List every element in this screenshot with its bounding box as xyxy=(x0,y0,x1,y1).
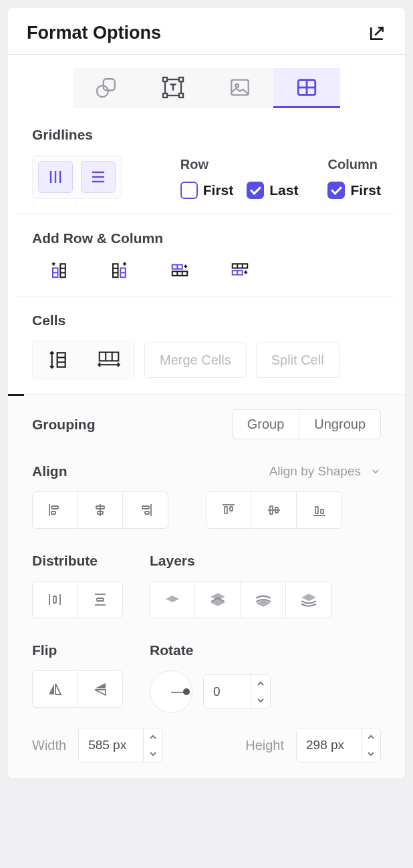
cells-section: Cells Merge Cells xyxy=(8,296,405,394)
column-first-checkbox[interactable]: First xyxy=(327,182,381,199)
svg-rect-52 xyxy=(145,511,149,514)
row-first-checkbox[interactable]: First xyxy=(180,182,234,199)
text-frame-icon xyxy=(161,75,185,99)
add-row-below-icon xyxy=(230,260,250,280)
group-button[interactable]: Group xyxy=(232,409,300,439)
merge-cells-button[interactable]: Merge Cells xyxy=(144,343,247,378)
svg-rect-5 xyxy=(163,93,167,97)
svg-rect-23 xyxy=(113,264,118,277)
align-right-icon xyxy=(138,502,154,518)
send-backward-button[interactable] xyxy=(241,581,286,618)
align-left-button[interactable] xyxy=(32,491,78,529)
align-mode-dropdown[interactable]: Align by Shapes xyxy=(269,464,381,479)
distribute-columns-button[interactable] xyxy=(84,341,134,379)
send-to-back-button[interactable] xyxy=(286,581,331,618)
flip-vertical-button[interactable] xyxy=(78,670,123,708)
add-row-below-button[interactable] xyxy=(229,258,251,281)
split-cell-button[interactable]: Split Cell xyxy=(256,343,339,378)
width-decrement-button[interactable] xyxy=(144,745,162,762)
svg-rect-20 xyxy=(60,264,65,277)
height-value-field[interactable] xyxy=(297,738,361,752)
align-title: Align xyxy=(32,463,67,479)
gridlines-title: Gridlines xyxy=(32,127,381,143)
layers-title: Layers xyxy=(150,553,331,569)
flip-horizontal-icon xyxy=(46,681,63,697)
height-decrement-button[interactable] xyxy=(362,745,380,762)
svg-rect-60 xyxy=(315,507,318,513)
horizontal-gridlines-toggle[interactable] xyxy=(81,161,116,193)
column-label: Column xyxy=(327,157,381,172)
align-bottom-icon xyxy=(311,502,327,518)
height-input[interactable] xyxy=(296,728,381,763)
svg-rect-45 xyxy=(51,506,58,509)
rotate-input[interactable] xyxy=(203,674,271,709)
align-mode-label: Align by Shapes xyxy=(269,464,361,479)
svg-rect-0 xyxy=(104,79,115,90)
align-bottom-button[interactable] xyxy=(297,491,342,529)
width-input[interactable] xyxy=(78,728,163,763)
distribute-vertical-button[interactable] xyxy=(78,581,123,618)
rotate-value-field[interactable] xyxy=(204,684,251,699)
column-options: Column First xyxy=(327,157,381,199)
row-last-label: Last xyxy=(269,182,298,198)
svg-rect-4 xyxy=(179,77,183,81)
chevron-down-icon xyxy=(257,698,265,703)
distribute-horizontal-button[interactable] xyxy=(32,581,78,618)
width-value-field[interactable] xyxy=(79,738,143,752)
horizontal-lines-icon xyxy=(90,169,107,185)
svg-rect-51 xyxy=(142,506,149,509)
svg-rect-3 xyxy=(163,77,167,81)
panel-header: Format Options xyxy=(8,8,405,54)
rotate-dial[interactable] xyxy=(150,670,192,713)
add-column-left-button[interactable] xyxy=(48,258,71,281)
svg-rect-41 xyxy=(100,353,119,361)
add-row-above-button[interactable] xyxy=(168,258,191,281)
bring-to-front-button[interactable] xyxy=(195,581,241,618)
svg-rect-61 xyxy=(321,509,323,513)
svg-rect-67 xyxy=(97,598,104,601)
align-center-v-button[interactable] xyxy=(251,491,297,529)
align-top-button[interactable] xyxy=(206,491,251,529)
tab-shape[interactable] xyxy=(73,68,140,108)
chevron-down-icon xyxy=(370,466,381,477)
tab-table[interactable] xyxy=(273,68,340,108)
svg-marker-73 xyxy=(301,594,316,601)
width-increment-button[interactable] xyxy=(144,728,162,745)
cell-size-group xyxy=(32,341,135,379)
chevron-up-icon xyxy=(367,734,375,740)
panel-title: Format Options xyxy=(27,23,161,43)
rotate-title: Rotate xyxy=(150,642,271,658)
distribute-vertical-icon xyxy=(92,592,108,608)
add-row-column-section: Add Row & Column xyxy=(8,214,405,296)
add-column-left-icon xyxy=(49,260,70,280)
send-backward-icon xyxy=(255,592,272,607)
collapse-panel-button[interactable] xyxy=(368,24,386,43)
svg-rect-33 xyxy=(233,264,248,268)
align-center-h-icon xyxy=(92,502,108,518)
ungroup-button[interactable]: Ungroup xyxy=(299,409,381,439)
chevron-down-icon xyxy=(367,751,375,756)
vertical-gridlines-toggle[interactable] xyxy=(38,161,73,193)
bring-forward-icon xyxy=(164,592,181,608)
tab-text[interactable] xyxy=(140,68,206,108)
add-column-right-button[interactable] xyxy=(108,258,131,281)
tab-image[interactable] xyxy=(206,68,273,108)
svg-rect-55 xyxy=(230,507,233,511)
svg-rect-46 xyxy=(51,511,55,514)
table-icon xyxy=(295,76,319,99)
height-increment-button[interactable] xyxy=(362,728,380,745)
distribute-columns-icon xyxy=(96,350,122,370)
bring-forward-button[interactable] xyxy=(150,581,195,618)
grouping-title: Grouping xyxy=(32,417,95,433)
flip-horizontal-button[interactable] xyxy=(32,670,78,708)
rotate-decrement-button[interactable] xyxy=(251,692,270,708)
image-icon xyxy=(229,76,251,99)
distribute-rows-button[interactable] xyxy=(33,341,84,379)
distribute-title: Distribute xyxy=(32,553,123,569)
svg-rect-6 xyxy=(179,93,183,97)
rotate-increment-button[interactable] xyxy=(251,675,270,692)
svg-rect-64 xyxy=(53,596,56,603)
align-right-button[interactable] xyxy=(123,491,168,529)
row-last-checkbox[interactable]: Last xyxy=(247,182,298,199)
align-center-h-button[interactable] xyxy=(78,491,123,529)
